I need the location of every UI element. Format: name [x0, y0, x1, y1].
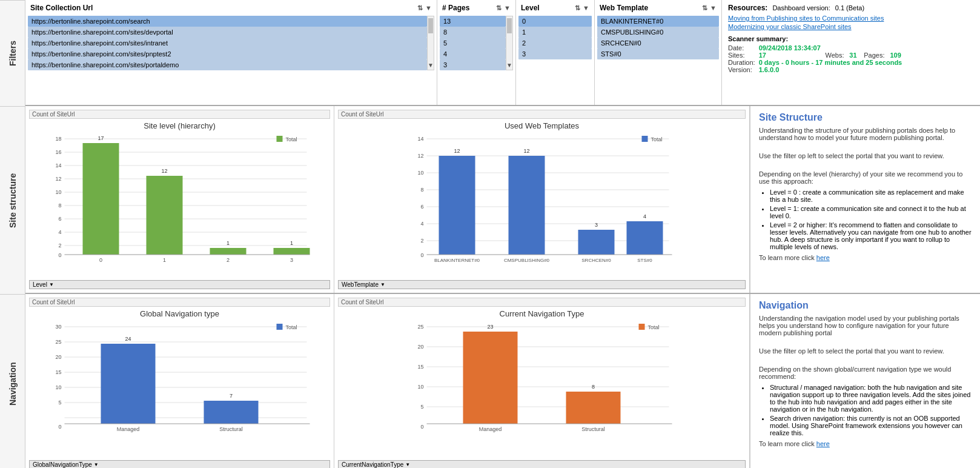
web-templates-count-label: Count of SiteUrl	[338, 110, 746, 119]
web-templates-svg: 14 12 10 8 6 4 2 0 12 12	[338, 133, 746, 266]
global-nav-chart-title: Global Navigation type	[29, 309, 330, 318]
bar	[204, 401, 259, 424]
list-item[interactable]: 3	[518, 48, 592, 59]
level-icons[interactable]: ⇅ ▼	[575, 4, 589, 12]
wt-funnel-icon[interactable]: ▼	[710, 4, 717, 12]
wt-sort-icon[interactable]: ⇅	[702, 4, 707, 12]
webtemplate-dropdown-button[interactable]: WebTemplate ▼	[338, 280, 746, 289]
list-item[interactable]: 0	[518, 16, 592, 27]
list-item[interactable]: https://bertonline.sharepoint.com/sites/…	[28, 48, 427, 59]
link-publishing-sites[interactable]: Moving from Publishing sites to Communic…	[728, 15, 974, 22]
site-url-list-wrap: https://bertonline.sharepoint.com/search…	[28, 16, 434, 70]
sites-value: 17	[759, 52, 826, 59]
list-item[interactable]: https://bertonline.sharepoint.com/sites/…	[28, 38, 427, 48]
level-dropdown-button[interactable]: Level ▼	[29, 280, 330, 289]
svg-text:25: 25	[417, 324, 423, 330]
list-item[interactable]: 13	[440, 16, 506, 27]
site-url-icons[interactable]: ⇅ ▼	[417, 4, 432, 12]
svg-text:12: 12	[454, 148, 460, 154]
scanner-table: Date: 09/24/2018 13:34:07 Sites: 17 Webs…	[728, 44, 902, 73]
site-level-svg: 18 16 14 12 10 8 6 4 2 0 17	[29, 133, 330, 266]
current-nav-chart-title: Current Navigation Type	[338, 309, 746, 318]
svg-text:Structural: Structural	[581, 426, 605, 432]
current-nav-dropdown-button[interactable]: CurrentNavigationType ▼	[338, 460, 746, 468]
svg-text:Managed: Managed	[117, 426, 140, 432]
webtemplate-dropdown-arrow: ▼	[380, 282, 385, 287]
svg-text:Total: Total	[286, 136, 297, 142]
global-nav-chart-panel: Count of SiteUrl Global Navigation type …	[25, 294, 334, 468]
pages-sort-icon[interactable]: ⇅	[496, 4, 502, 12]
bar	[509, 156, 545, 255]
dashboard-version: 0.1 (Beta)	[835, 4, 864, 12]
list-item[interactable]: 3	[440, 59, 506, 70]
duration-label: Duration:	[728, 59, 759, 66]
svg-text:10: 10	[417, 384, 423, 390]
global-nav-dropdown-button[interactable]: GlobalNavigationType ▼	[29, 460, 330, 468]
link-modernizing[interactable]: Modernizing your classic SharePoint site…	[728, 23, 974, 30]
list-item[interactable]: CMSPUBLISHING#0	[597, 27, 719, 38]
site-structure-link[interactable]: here	[816, 254, 830, 261]
svg-text:1: 1	[290, 240, 293, 246]
nav-link[interactable]: here	[816, 440, 830, 447]
bullet-item: Level = 0 : create a communication site …	[770, 189, 972, 203]
list-item[interactable]: https://bertonline.sharepoint.com/sites/…	[28, 59, 427, 70]
site-level-chart-container: 18 16 14 12 10 8 6 4 2 0 17	[29, 133, 330, 278]
resources-header: Resources: Dashboard version: 0.1 (Beta)	[728, 4, 974, 12]
svg-text:5: 5	[420, 404, 423, 410]
level-title: Level	[521, 4, 540, 12]
site-structure-label: Site structure	[0, 106, 25, 294]
pages-title: # Pages	[442, 4, 469, 12]
pages-scrollbar[interactable]: ▼	[506, 16, 513, 70]
version-value: 1.6.0.0	[759, 66, 826, 73]
navigation-info: Navigation Understanding the navigation …	[750, 294, 980, 468]
webs-label: Webs:	[826, 52, 850, 59]
level-funnel-icon[interactable]: ▼	[583, 4, 589, 12]
svg-text:3: 3	[595, 222, 598, 228]
pages-funnel-icon[interactable]: ▼	[504, 4, 511, 12]
pages-scrollbar-thumb[interactable]	[507, 18, 512, 33]
svg-text:10: 10	[417, 170, 423, 176]
webs-value: 31	[849, 52, 864, 59]
nav-para3: Depending on the shown global/current na…	[759, 366, 972, 380]
svg-text:Structural: Structural	[219, 426, 243, 432]
pages-scroll-down[interactable]: ▼	[506, 62, 512, 70]
scrollbar-thumb[interactable]	[428, 18, 433, 33]
site-structure-title: Site Structure	[759, 112, 972, 123]
level-sort-icon[interactable]: ⇅	[575, 4, 580, 12]
web-template-icons[interactable]: ⇅ ▼	[702, 4, 717, 12]
navigation-label: Navigation	[0, 294, 25, 468]
global-nav-count-label: Count of SiteUrl	[29, 298, 330, 307]
site-structure-row: Count of SiteUrl Site level (hierarchy)	[25, 106, 980, 294]
current-nav-dropdown-label: CurrentNavigationType	[342, 461, 403, 468]
svg-text:2: 2	[58, 242, 61, 249]
web-templates-chart-panel: Count of SiteUrl Used Web Templates 14	[334, 106, 750, 293]
site-url-title: Site Collection Url	[30, 4, 93, 12]
list-item[interactable]: BLANKINTERNET#0	[597, 16, 719, 27]
list-item[interactable]: STS#0	[597, 48, 719, 59]
list-item[interactable]: 2	[518, 38, 592, 48]
svg-text:10: 10	[55, 384, 61, 390]
list-item[interactable]: https://bertonline.sharepoint.com/search	[28, 16, 427, 27]
list-item[interactable]: 4	[440, 48, 506, 59]
pages-icons[interactable]: ⇅ ▼	[496, 4, 511, 12]
filter-funnel-icon[interactable]: ▼	[425, 4, 432, 12]
filter-sort-icon[interactable]: ⇅	[417, 4, 423, 12]
nav-bullets: Structural / managed navigation: both th…	[770, 384, 972, 436]
svg-text:1: 1	[227, 240, 230, 246]
list-item[interactable]: 1	[518, 27, 592, 38]
list-item[interactable]: https://bertonline.sharepoint.com/sites/…	[28, 27, 427, 38]
svg-text:2: 2	[420, 238, 423, 244]
filters-label: Filters	[0, 0, 25, 106]
scroll-down-icon[interactable]: ▼	[428, 62, 434, 70]
navigation-title: Navigation	[759, 300, 972, 311]
pages-items: 13 8 5 4 3	[440, 16, 506, 70]
svg-rect-93	[639, 324, 645, 330]
scrollbar[interactable]: ▼	[427, 16, 434, 70]
list-item[interactable]: 8	[440, 27, 506, 38]
svg-text:14: 14	[417, 136, 423, 142]
list-item[interactable]: 5	[440, 38, 506, 48]
dashboard-label: Dashboard version:	[772, 4, 830, 12]
svg-text:BLANKINTERNET#0: BLANKINTERNET#0	[434, 258, 480, 263]
bar	[627, 221, 663, 255]
list-item[interactable]: SRCHCEN#0	[597, 38, 719, 48]
